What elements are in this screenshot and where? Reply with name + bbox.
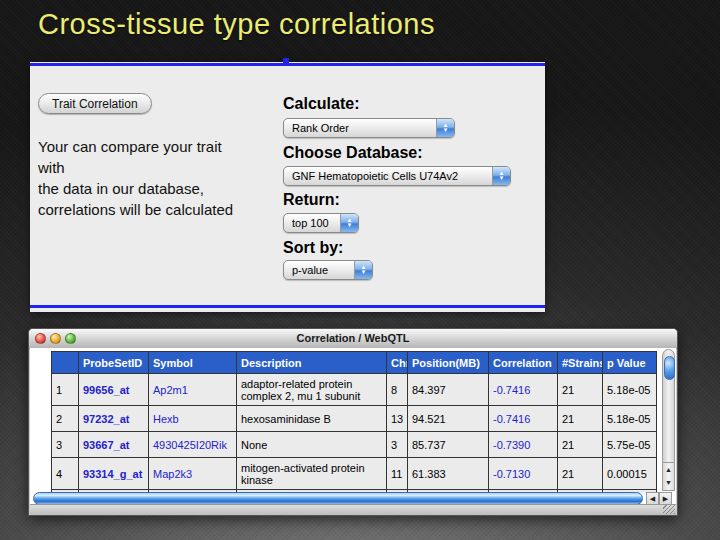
vertical-scrollbar[interactable]: ▲ ▼ — [662, 349, 675, 491]
popup-stepper-icon: ▲▼ — [492, 167, 510, 185]
pvalue-cell: 5.18e-05 — [603, 406, 657, 432]
probeset-link[interactable]: 99656_at — [79, 374, 149, 406]
strains-cell: 21 — [558, 432, 603, 458]
table-body: 1 99656_at Ap2m1 adaptor-related protein… — [52, 374, 657, 494]
results-table-container: ProbeSetID Symbol Description Chr Positi… — [51, 351, 658, 493]
down-arrow-icon: ▼ — [443, 128, 449, 133]
col-header-correlation[interactable]: Correlation — [489, 352, 558, 374]
position-cell: 85.737 — [408, 432, 489, 458]
col-header-pvalue[interactable]: p Value — [603, 352, 657, 374]
probeset-link[interactable]: 93667_at — [79, 432, 149, 458]
table-row: 2 97232_at Hexb hexosaminidase B 13 94.5… — [52, 406, 657, 432]
row-number: 3 — [52, 432, 79, 458]
return-label: Return: — [283, 191, 340, 209]
row-number: 4 — [52, 458, 79, 490]
position-cell: 94.521 — [408, 406, 489, 432]
window-title: Correlation / WebQTL — [29, 332, 677, 344]
down-arrow-icon: ▼ — [347, 223, 353, 228]
vertical-scrollbar-thumb[interactable] — [664, 356, 675, 380]
symbol-link[interactable]: Map2k3 — [149, 458, 237, 490]
window-footer — [30, 504, 676, 515]
correlation-link[interactable]: -0.7390 — [489, 432, 558, 458]
divider-notch — [283, 58, 289, 64]
description-cell: mitogen-activated protein kinase — [237, 458, 387, 490]
panel-description: Your can compare your trait with the dat… — [38, 136, 233, 220]
popup-stepper-icon: ▲▼ — [354, 261, 372, 279]
down-arrow-icon: ▼ — [499, 176, 505, 181]
correlation-results-window: Correlation / WebQTL ProbeSetID Symbol D… — [28, 328, 678, 516]
trait-correlation-button[interactable]: Trait Correlation — [38, 93, 152, 114]
window-content: ProbeSetID Symbol Description Chr Positi… — [30, 348, 676, 507]
row-number: 2 — [52, 406, 79, 432]
table-row: 1 99656_at Ap2m1 adaptor-related protein… — [52, 374, 657, 406]
description-cell: adaptor-related protein complex 2, mu 1 … — [237, 374, 387, 406]
strains-cell: 21 — [558, 374, 603, 406]
down-arrow-icon: ▼ — [361, 270, 367, 275]
chr-cell: 8 — [387, 374, 408, 406]
probeset-link[interactable]: 93314_g_at — [79, 458, 149, 490]
chr-cell: 11 — [387, 458, 408, 490]
col-header-symbol[interactable]: Symbol — [149, 352, 237, 374]
calculate-label: Calculate: — [283, 95, 359, 113]
col-header-index[interactable] — [52, 352, 79, 374]
popup-stepper-icon: ▲▼ — [436, 119, 454, 137]
table-row: 3 93667_at 4930425I20Rik None 3 85.737 -… — [52, 432, 657, 458]
correlation-link[interactable]: -0.7416 — [489, 374, 558, 406]
col-header-probesetid[interactable]: ProbeSetID — [79, 352, 149, 374]
sort-by-select[interactable]: p-value ▲▼ — [283, 260, 373, 280]
position-cell: 84.397 — [408, 374, 489, 406]
vertical-scrollbar-track[interactable] — [662, 349, 675, 463]
database-value: GNF Hematopoietic Cells U74Av2 — [284, 170, 492, 182]
strains-cell: 21 — [558, 458, 603, 490]
pvalue-cell: 0.00015 — [603, 458, 657, 490]
symbol-link[interactable]: Hexb — [149, 406, 237, 432]
return-select[interactable]: top 100 ▲▼ — [283, 213, 359, 233]
correlation-link[interactable]: -0.7416 — [489, 406, 558, 432]
trait-correlation-panel: Trait Correlation Your can compare your … — [30, 62, 545, 312]
sort-by-label: Sort by: — [283, 239, 343, 257]
position-cell: 61.383 — [408, 458, 489, 490]
chr-cell: 13 — [387, 406, 408, 432]
description-line: Your can compare your trait — [38, 136, 233, 157]
col-header-position[interactable]: Position(MB) — [408, 352, 489, 374]
probeset-link[interactable]: 97232_at — [79, 406, 149, 432]
table-row: 4 93314_g_at Map2k3 mitogen-activated pr… — [52, 458, 657, 490]
description-cell: None — [237, 432, 387, 458]
symbol-link[interactable]: Ap2m1 — [149, 374, 237, 406]
pvalue-cell: 5.18e-05 — [603, 374, 657, 406]
row-number: 1 — [52, 374, 79, 406]
return-value: top 100 — [284, 217, 340, 229]
popup-stepper-icon: ▲▼ — [340, 214, 358, 232]
window-titlebar[interactable]: Correlation / WebQTL — [29, 329, 677, 349]
scroll-up-button[interactable]: ▲ — [663, 463, 674, 476]
resize-grip-icon[interactable] — [663, 505, 675, 514]
description-line: correlations will be calculated — [38, 199, 233, 220]
symbol-link[interactable]: 4930425I20Rik — [149, 432, 237, 458]
database-select[interactable]: GNF Hematopoietic Cells U74Av2 ▲▼ — [283, 166, 511, 186]
scroll-down-button[interactable]: ▼ — [663, 476, 674, 489]
description-cell: hexosaminidase B — [237, 406, 387, 432]
correlation-link[interactable]: -0.7130 — [489, 458, 558, 490]
page-title: Cross-tissue type correlations — [38, 8, 435, 41]
col-header-strains[interactable]: #Strains — [558, 352, 603, 374]
calculate-value: Rank Order — [284, 122, 436, 134]
table-header-row: ProbeSetID Symbol Description Chr Positi… — [52, 352, 657, 374]
sort-by-value: p-value — [284, 264, 354, 276]
results-table: ProbeSetID Symbol Description Chr Positi… — [51, 351, 657, 493]
bottom-divider — [30, 305, 545, 308]
col-header-description[interactable]: Description — [237, 352, 387, 374]
choose-database-label: Choose Database: — [283, 144, 423, 162]
strains-cell: 21 — [558, 406, 603, 432]
calculate-select[interactable]: Rank Order ▲▼ — [283, 118, 455, 138]
chr-cell: 3 — [387, 432, 408, 458]
pvalue-cell: 5.75e-05 — [603, 432, 657, 458]
description-line: the data in our database, — [38, 178, 233, 199]
col-header-chr[interactable]: Chr — [387, 352, 408, 374]
vertical-scrollbar-buttons: ▲ ▼ — [662, 463, 675, 491]
description-line: with — [38, 157, 233, 178]
